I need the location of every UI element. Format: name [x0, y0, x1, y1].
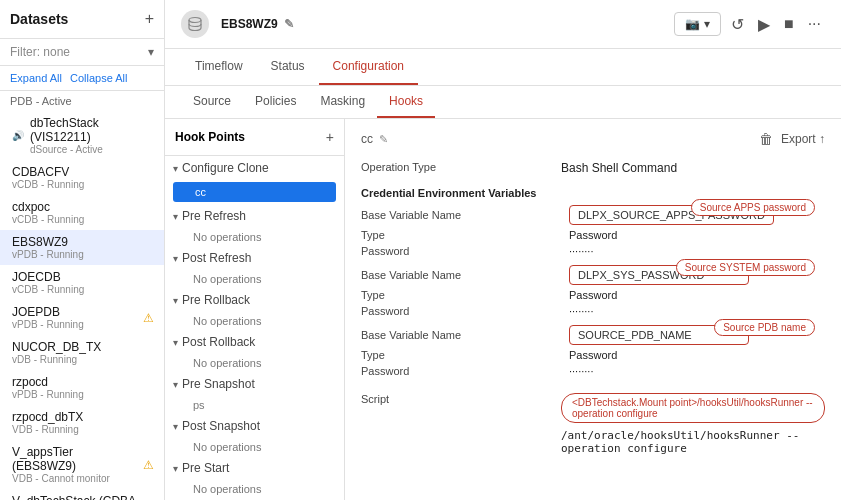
- script-hint-bubble[interactable]: <DBTechstack.Mount point>/hooksUtil/hook…: [561, 393, 825, 423]
- sidebar-item-EBS8WZ9[interactable]: EBS8WZ9 vPDB - Running: [0, 230, 164, 265]
- item-sub-JOECDB: vCDB - Running: [12, 284, 84, 295]
- sidebar-title: Datasets: [10, 11, 68, 27]
- chevron-down-icon: ▾: [173, 211, 178, 222]
- sidebar-item-NUCOR_DB_TX[interactable]: NUCOR_DB_TX vDB - Running: [0, 335, 164, 370]
- hooks-panel-add-button[interactable]: +: [326, 129, 334, 145]
- warn-icon-JOEPDB: ⚠: [143, 311, 154, 325]
- hook-subitem-pre-snapshot: ps: [165, 396, 344, 414]
- hook-item-cc[interactable]: cc: [173, 182, 336, 202]
- hook-group-pre-rollback-header[interactable]: ▾ Pre Rollback: [165, 288, 344, 312]
- hook-group-post-rollback-header[interactable]: ▾ Post Rollback: [165, 330, 344, 354]
- sidebar-filter-row[interactable]: Filter: none ▾: [0, 39, 164, 66]
- cc-row: cc ✎: [361, 132, 388, 146]
- chevron-down-icon: ▾: [173, 163, 178, 174]
- item-name-EBS8WZ9: EBS8WZ9: [12, 235, 84, 249]
- item-name-JOECDB: JOECDB: [12, 270, 84, 284]
- configure-clone-label: Configure Clone: [182, 161, 269, 175]
- cred1-type-label: Type: [361, 229, 561, 241]
- stop-button[interactable]: ■: [780, 11, 798, 37]
- sidebar-expand-row: Expand All Collapse All: [0, 66, 164, 91]
- item-sub-V-appsTier: VDB - Cannot monitor: [12, 473, 137, 484]
- hook-group-pre-start: ▾ Pre Start No operations: [165, 456, 344, 498]
- sidebar: Datasets + Filter: none ▾ Expand All Col…: [0, 0, 165, 500]
- item-name-CDBACFV: CDBACFV: [12, 165, 84, 179]
- script-label-text: Script: [361, 389, 561, 409]
- warn-icon-V-appsTier: ⚠: [143, 458, 154, 472]
- item-sub-CDBACFV: vCDB - Running: [12, 179, 84, 190]
- main-content: EBS8WZ9 ✎ 📷 ▾ ↺ ▶ ■ ··· Timeflow Status …: [165, 0, 841, 500]
- tab-configuration[interactable]: Configuration: [319, 49, 418, 85]
- cred1-password-label: Password: [361, 245, 561, 257]
- expand-all-link[interactable]: Expand All: [10, 72, 62, 84]
- content-area: Hook Points + ▾ Configure Clone cc ▾ Pre…: [165, 119, 841, 500]
- subtab-masking[interactable]: Masking: [308, 86, 377, 118]
- hook-group-post-refresh: ▾ Post Refresh No operations: [165, 246, 344, 288]
- cred-block-3: Base Variable Name SOURCE_PDB_NAME Type …: [361, 325, 825, 377]
- sidebar-item-JOEPDB[interactable]: JOEPDB vPDB - Running ⚠: [0, 300, 164, 335]
- hook-group-pre-refresh: ▾ Pre Refresh No operations: [165, 204, 344, 246]
- cred2-base-var-label: Base Variable Name: [361, 269, 561, 281]
- sidebar-item-rzpocd[interactable]: rzpocd vPDB - Running: [0, 370, 164, 405]
- sidebar-item-CDBACFV[interactable]: CDBACFV vCDB - Running: [0, 160, 164, 195]
- topbar-edit-icon[interactable]: ✎: [284, 17, 294, 31]
- cred-section-header: Credential Environment Variables: [361, 187, 825, 199]
- svg-point-0: [189, 18, 201, 23]
- item-sub-rzpocd-dbTX: VDB - Running: [12, 424, 83, 435]
- post-snapshot-label: Post Snapshot: [182, 419, 260, 433]
- chevron-down-icon: ▾: [173, 379, 178, 390]
- play-button[interactable]: ▶: [754, 11, 774, 38]
- hook-group-pre-rollback: ▾ Pre Rollback No operations: [165, 288, 344, 330]
- hook-group-post-snapshot-header[interactable]: ▾ Post Snapshot: [165, 414, 344, 438]
- speaker-icon: 🔊: [12, 130, 24, 141]
- hook-group-pre-refresh-header[interactable]: ▾ Pre Refresh: [165, 204, 344, 228]
- subtab-source[interactable]: Source: [181, 86, 243, 118]
- sidebar-item-dbTechStack[interactable]: 🔊 dbTechStack (VIS12211) dSource - Activ…: [0, 111, 164, 160]
- cred2-password-value: ········: [569, 305, 825, 317]
- hook-subitem-pre-refresh: No operations: [165, 228, 344, 246]
- pre-snapshot-label: Pre Snapshot: [182, 377, 255, 391]
- chevron-down-icon: ▾: [173, 295, 178, 306]
- sidebar-item-V_dbTechStack[interactable]: V_dbTechStack (CDBA... VDB - Running: [0, 489, 164, 500]
- item-sub-JOEPDB: vPDB - Running: [12, 319, 84, 330]
- item-name-dbTechStack: dbTechStack (VIS12211): [30, 116, 154, 144]
- delete-button[interactable]: 🗑: [759, 131, 773, 147]
- item-name-JOEPDB: JOEPDB: [12, 305, 84, 319]
- detail-actions: 🗑 Export ↑: [759, 131, 825, 147]
- subtab-hooks[interactable]: Hooks: [377, 86, 435, 118]
- hook-group-configure-clone-header[interactable]: ▾ Configure Clone: [165, 156, 344, 180]
- filter-icon[interactable]: ▾: [148, 45, 154, 59]
- cred2-type-label: Type: [361, 289, 561, 301]
- annotation-apps-password: Source APPS password: [691, 199, 815, 216]
- cred3-type-value: Password: [569, 349, 825, 361]
- hook-subitem-pre-rollback: No operations: [165, 312, 344, 330]
- hook-group-pre-snapshot-header[interactable]: ▾ Pre Snapshot: [165, 372, 344, 396]
- sidebar-item-JOECDB[interactable]: JOECDB vCDB - Running: [0, 265, 164, 300]
- camera-icon: 📷: [685, 17, 700, 31]
- collapse-all-link[interactable]: Collapse All: [70, 72, 127, 84]
- item-name-V-dbTechStack: V_dbTechStack (CDBA...: [12, 494, 146, 500]
- hook-group-pre-snapshot: ▾ Pre Snapshot ps: [165, 372, 344, 414]
- sidebar-item-cdxpoc[interactable]: cdxpoc vCDB - Running: [0, 195, 164, 230]
- add-dataset-button[interactable]: +: [145, 10, 154, 28]
- cred3-password-label: Password: [361, 365, 561, 377]
- post-rollback-label: Post Rollback: [182, 335, 255, 349]
- chevron-down-icon: ▾: [173, 463, 178, 474]
- hook-group-post-refresh-header[interactable]: ▾ Post Refresh: [165, 246, 344, 270]
- pre-start-label: Pre Start: [182, 461, 229, 475]
- subtab-policies[interactable]: Policies: [243, 86, 308, 118]
- sidebar-item-V_appsTier[interactable]: V_appsTier (EBS8WZ9) VDB - Cannot monito…: [0, 440, 164, 489]
- tab-status[interactable]: Status: [257, 49, 319, 85]
- tab-timeflow[interactable]: Timeflow: [181, 49, 257, 85]
- hook-group-pre-start-header[interactable]: ▾ Pre Start: [165, 456, 344, 480]
- camera-button[interactable]: 📷 ▾: [674, 12, 721, 36]
- sidebar-item-rzpocd_dbTX[interactable]: rzpocd_dbTX VDB - Running: [0, 405, 164, 440]
- annotation-pdb-name: Source PDB name: [714, 319, 815, 336]
- more-button[interactable]: ···: [804, 11, 825, 37]
- hook-subitem-post-refresh: No operations: [165, 270, 344, 288]
- cred1-password-value: ········: [569, 245, 825, 257]
- pdb-active-label: PDB - Active: [0, 91, 164, 111]
- cc-edit-icon[interactable]: ✎: [379, 133, 388, 146]
- hook-subitem-post-snapshot: No operations: [165, 438, 344, 456]
- refresh-button[interactable]: ↺: [727, 11, 748, 38]
- export-button[interactable]: Export ↑: [781, 132, 825, 146]
